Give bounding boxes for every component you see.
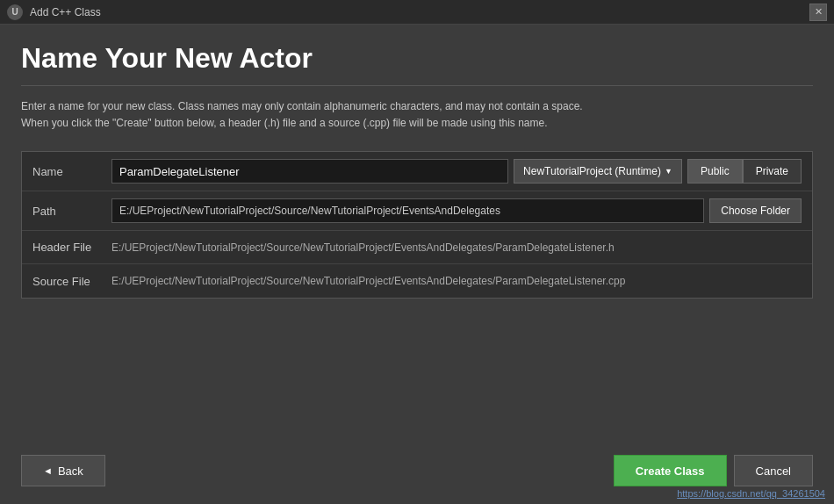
- back-button[interactable]: ◄ Back: [21, 455, 105, 486]
- description-line2: When you click the "Create" button below…: [21, 117, 548, 129]
- chevron-down-icon: ▼: [665, 167, 672, 176]
- divider: [21, 85, 813, 86]
- path-controls: Choose Folder: [111, 198, 802, 223]
- back-arrow-icon: ◄: [43, 465, 53, 476]
- main-content: Name Your New Actor Enter a name for you…: [0, 25, 834, 504]
- name-row: Name NewTutorialProject (Runtime) ▼ Publ…: [22, 152, 812, 191]
- path-label: Path: [32, 205, 111, 218]
- ue-logo-icon: U: [7, 4, 23, 20]
- header-file-path: E:/UEProject/NewTutorialProject/Source/N…: [111, 241, 615, 254]
- window-title: Add C++ Class: [30, 6, 101, 18]
- choose-folder-button[interactable]: Choose Folder: [709, 198, 802, 223]
- public-toggle-button[interactable]: Public: [687, 159, 743, 184]
- name-label: Name: [32, 165, 111, 178]
- form-section: Name NewTutorialProject (Runtime) ▼ Publ…: [21, 151, 813, 299]
- source-file-label: Source File: [32, 275, 111, 288]
- path-row: Path Choose Folder: [22, 191, 812, 231]
- path-input[interactable]: [111, 198, 704, 223]
- description: Enter a name for your new class. Class n…: [21, 98, 813, 132]
- back-label: Back: [58, 464, 83, 478]
- source-file-row: Source File E:/UEProject/NewTutorialProj…: [22, 264, 812, 298]
- title-bar: U Add C++ Class ✕: [0, 0, 834, 25]
- module-dropdown[interactable]: NewTutorialProject (Runtime) ▼: [514, 159, 682, 184]
- right-buttons: Create Class Cancel: [614, 455, 813, 486]
- header-file-label: Header File: [32, 241, 111, 254]
- name-controls: NewTutorialProject (Runtime) ▼ Public Pr…: [111, 159, 802, 184]
- watermark: https://blog.csdn.net/qq_34261504: [677, 488, 825, 499]
- bottom-bar: ◄ Back Create Class Cancel: [21, 441, 813, 486]
- page-title: Name Your New Actor: [21, 42, 813, 75]
- private-toggle-button[interactable]: Private: [743, 159, 802, 184]
- name-input[interactable]: [111, 159, 508, 184]
- title-bar-left: U Add C++ Class: [7, 4, 101, 20]
- close-button[interactable]: ✕: [809, 4, 827, 21]
- visibility-toggle: Public Private: [687, 159, 802, 184]
- description-line1: Enter a name for your new class. Class n…: [21, 100, 583, 112]
- module-dropdown-label: NewTutorialProject (Runtime): [523, 165, 661, 177]
- create-class-button[interactable]: Create Class: [614, 455, 727, 486]
- header-file-row: Header File E:/UEProject/NewTutorialProj…: [22, 231, 812, 264]
- source-file-path: E:/UEProject/NewTutorialProject/Source/N…: [111, 275, 625, 287]
- cancel-button[interactable]: Cancel: [734, 455, 813, 486]
